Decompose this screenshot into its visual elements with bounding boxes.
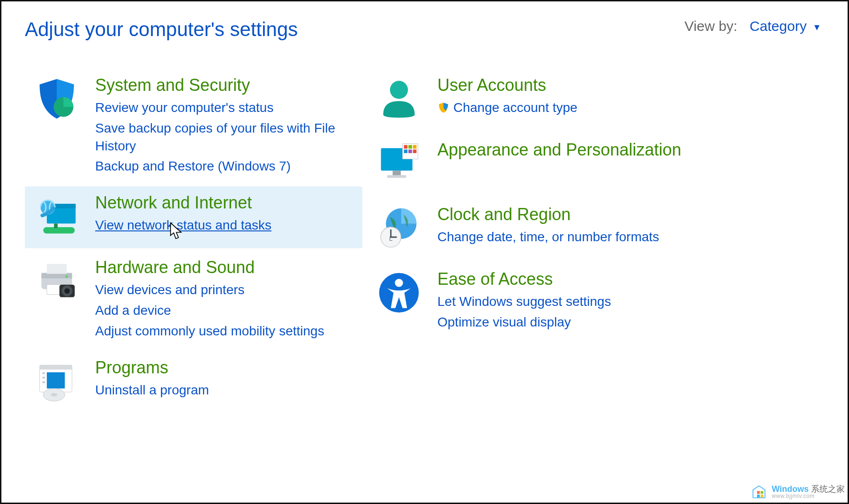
- chevron-down-icon: ▾: [814, 21, 819, 33]
- category-sublink[interactable]: Backup and Restore (Windows 7): [95, 157, 354, 175]
- watermark-sub: www.bjjmlv.com: [772, 493, 845, 499]
- shield-icon: [33, 75, 80, 122]
- category-text: Hardware and SoundView devices and print…: [95, 258, 354, 340]
- left-column: System and SecurityReview your computer'…: [25, 69, 362, 416]
- svg-rect-20: [42, 381, 45, 383]
- category-sublink-label: Review your computer's status: [95, 100, 273, 115]
- svg-point-11: [65, 275, 68, 278]
- category-sublink-label: Change account type: [453, 100, 578, 115]
- svg-rect-30: [413, 145, 417, 149]
- category-links: Change date, time, or number formats: [437, 228, 811, 246]
- watermark-main: Windows 系统之家: [772, 485, 845, 493]
- category-text: User AccountsChange account type: [437, 75, 811, 117]
- view-by-control: View by: Category ▾: [684, 18, 819, 34]
- category-sublink[interactable]: View devices and printers: [95, 281, 354, 299]
- category-sublink[interactable]: Review your computer's status: [95, 99, 354, 117]
- category-text: ProgramsUninstall a program: [95, 358, 354, 399]
- svg-rect-40: [757, 491, 760, 494]
- category-title-link[interactable]: Appearance and Personalization: [437, 140, 811, 160]
- category-sublink[interactable]: Let Windows suggest settings: [437, 293, 811, 311]
- category-text: Ease of AccessLet Windows suggest settin…: [437, 269, 811, 331]
- svg-rect-19: [42, 377, 45, 378]
- svg-rect-3: [43, 227, 75, 233]
- category-sublink-label: Backup and Restore (Windows 7): [95, 159, 291, 173]
- watermark-text: Windows 系统之家 www.bjjmlv.com: [772, 485, 845, 499]
- svg-point-22: [51, 393, 57, 397]
- category-title-link[interactable]: Programs: [95, 358, 354, 378]
- svg-rect-4: [54, 224, 58, 229]
- category-text: Clock and RegionChange date, time, or nu…: [437, 205, 811, 246]
- category-sublink[interactable]: Change date, time, or number formats: [437, 228, 811, 246]
- category-row: Hardware and SoundView devices and print…: [25, 251, 362, 348]
- svg-point-23: [390, 81, 408, 99]
- view-by-value-text: Category: [750, 18, 807, 34]
- category-row: Appearance and Personalization: [367, 133, 819, 195]
- category-sublink[interactable]: Uninstall a program: [95, 381, 354, 399]
- category-sublink[interactable]: View network status and tasks: [95, 216, 354, 234]
- category-text: Appearance and Personalization: [437, 140, 811, 163]
- svg-rect-9: [47, 264, 67, 274]
- svg-rect-41: [761, 491, 764, 494]
- right-column: User AccountsChange account type Appeara…: [367, 69, 819, 416]
- category-sublink-label: View devices and printers: [95, 282, 245, 297]
- user-icon: [376, 75, 422, 122]
- svg-point-14: [64, 289, 70, 294]
- category-text: Network and InternetView network status …: [95, 193, 354, 234]
- category-row: User AccountsChange account type: [367, 69, 819, 131]
- category-links: Change account type: [437, 99, 811, 117]
- category-title-link[interactable]: Clock and Region: [437, 205, 811, 224]
- category-title-link[interactable]: Hardware and Sound: [95, 258, 354, 277]
- watermark: Windows 系统之家 www.bjjmlv.com: [751, 484, 845, 500]
- view-by-label: View by:: [684, 18, 737, 34]
- page-title: Adjust your computer's settings: [25, 18, 298, 41]
- category-sublink[interactable]: Add a device: [95, 302, 354, 319]
- category-title-link[interactable]: Network and Internet: [95, 193, 354, 213]
- svg-rect-26: [387, 175, 406, 178]
- svg-rect-31: [404, 149, 408, 153]
- svg-rect-29: [408, 145, 412, 149]
- category-sublink[interactable]: Change account type: [437, 99, 811, 117]
- svg-rect-32: [408, 149, 412, 153]
- category-title-link[interactable]: System and Security: [95, 75, 354, 95]
- svg-text:L: L: [389, 235, 393, 242]
- svg-rect-33: [413, 149, 417, 153]
- category-text: System and SecurityReview your computer'…: [95, 75, 354, 175]
- category-row: Network and InternetView network status …: [25, 186, 362, 248]
- printer-icon: [33, 258, 80, 304]
- category-sublink-label: Let Windows suggest settings: [437, 294, 611, 309]
- svg-rect-43: [761, 495, 764, 497]
- svg-point-39: [395, 279, 403, 287]
- uac-shield-icon: [437, 102, 450, 114]
- category-links: View devices and printersAdd a deviceAdj…: [95, 281, 354, 340]
- clock-icon: L: [376, 205, 422, 252]
- category-sublink[interactable]: Save backup copies of your files with Fi…: [95, 119, 354, 155]
- svg-rect-42: [757, 495, 760, 497]
- appearance-icon: [376, 140, 422, 187]
- view-by-dropdown[interactable]: Category ▾: [750, 18, 819, 34]
- network-icon: [33, 193, 80, 240]
- svg-rect-18: [42, 372, 45, 374]
- category-sublink-label: Add a device: [95, 303, 171, 318]
- watermark-logo-icon: [751, 484, 767, 500]
- category-title-link[interactable]: User Accounts: [437, 75, 811, 95]
- category-columns: System and SecurityReview your computer'…: [25, 69, 819, 416]
- svg-rect-25: [393, 170, 401, 175]
- category-links: Let Windows suggest settingsOptimize vis…: [437, 293, 811, 331]
- category-row: ProgramsUninstall a program: [25, 351, 362, 413]
- category-sublink-label: Uninstall a program: [95, 383, 209, 397]
- category-links: View network status and tasks: [95, 216, 354, 234]
- category-row: L Clock and RegionChange date, time, or …: [367, 198, 819, 260]
- category-sublink-label: Optimize visual display: [437, 315, 571, 329]
- svg-rect-28: [404, 145, 408, 149]
- ease-icon: [376, 269, 422, 316]
- category-sublink[interactable]: Optimize visual display: [437, 313, 811, 331]
- category-links: Uninstall a program: [95, 381, 354, 399]
- svg-rect-16: [40, 365, 72, 370]
- programs-icon: [33, 358, 80, 405]
- category-title-link[interactable]: Ease of Access: [437, 269, 811, 289]
- category-sublink[interactable]: Adjust commonly used mobility settings: [95, 322, 354, 340]
- category-row: System and SecurityReview your computer'…: [25, 69, 362, 184]
- category-sublink-label: Change date, time, or number formats: [437, 230, 659, 244]
- svg-rect-17: [47, 372, 65, 388]
- category-sublink-label: Adjust commonly used mobility settings: [95, 324, 324, 338]
